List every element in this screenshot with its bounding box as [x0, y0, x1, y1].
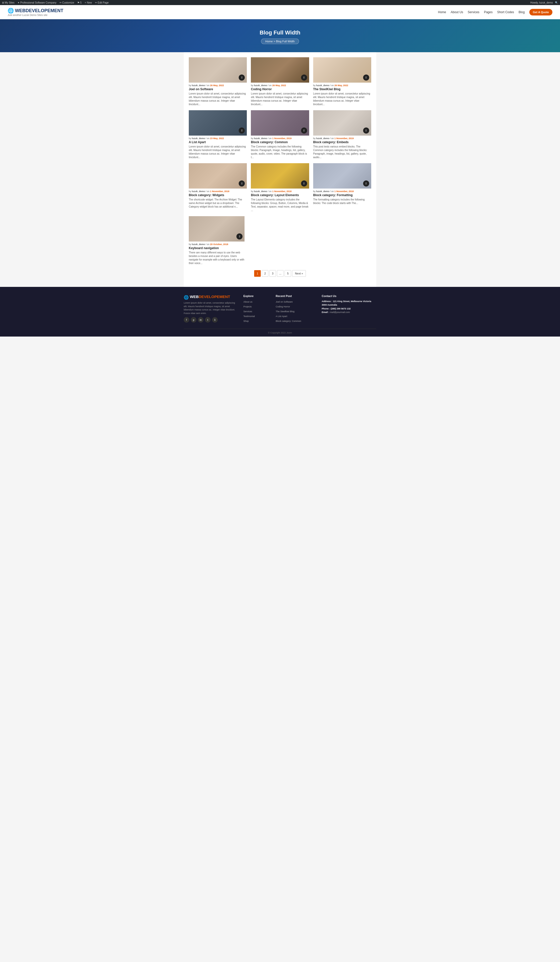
admin-bar-mysites[interactable]: ⊞ My Sites	[2, 1, 15, 4]
share-button[interactable]: ⇧	[301, 128, 307, 134]
hero-section: Blog Full Width Home > Blog Full Width	[0, 19, 560, 52]
contact-title: Contact Us	[322, 294, 376, 297]
nav-shortcodes[interactable]: Short Codes	[497, 10, 514, 14]
post-excerpt: Lorem ipsum dolor sit amet, consectetur …	[189, 145, 247, 159]
post-excerpt: The formatting category includes the fol…	[313, 198, 371, 205]
admin-bar-count: ⚑ 5	[77, 1, 82, 4]
post-title[interactable]: A List Apart	[189, 140, 247, 144]
blog-grid: ⇧ by luzuk_demo / on 26 May, 2022 Joel o…	[189, 57, 371, 212]
admin-bar-customize[interactable]: ✏ Customize	[60, 1, 74, 4]
nav-home[interactable]: Home	[438, 10, 446, 14]
explore-link-item: Projects	[243, 304, 271, 308]
next-page-button[interactable]: Next »	[292, 270, 306, 277]
share-button[interactable]: ⇧	[236, 233, 242, 239]
hero-title: Blog Full Width	[5, 29, 555, 36]
post-title[interactable]: Coding Horror	[251, 87, 309, 91]
blog-card: ⇧ by luzuk_demo / on 26 May, 2022 Joel o…	[189, 57, 247, 106]
post-image	[189, 110, 247, 136]
recent-post-link[interactable]: Block category: Common	[276, 320, 301, 322]
footer-explore: Explore About usProjectsServicesTestimon…	[243, 294, 271, 324]
page-button-3[interactable]: 3	[270, 270, 276, 277]
explore-link-item: Shop	[243, 319, 271, 323]
linkedin-icon[interactable]: li	[212, 317, 218, 323]
nav-about[interactable]: About Us	[451, 10, 463, 14]
post-meta: by luzuk_demo / on 1 November, 2019	[251, 137, 309, 140]
post-image	[189, 57, 247, 82]
post-image-wrapper: ⇧	[251, 57, 309, 82]
get-quote-button[interactable]: Get A Quote	[529, 9, 552, 15]
post-meta: by luzuk_demo / on 1 November, 2019	[313, 137, 371, 140]
page-button-1[interactable]: 1	[254, 270, 261, 277]
post-meta: by luzuk_demo / on 1 November, 2018	[251, 190, 309, 193]
blog-card: ⇧ by luzuk_demo / on 1 November, 2019 Bl…	[251, 110, 309, 159]
share-button[interactable]: ⇧	[363, 128, 369, 134]
recent-post-link[interactable]: A List Apart	[276, 315, 287, 318]
post-title[interactable]: The SteelKiwi Blog	[313, 87, 371, 91]
post-image	[313, 57, 371, 82]
site-footer: 🌐 WEBDEVELOPEMENT Lorem ipsum dolor sit …	[0, 287, 560, 337]
post-image	[251, 110, 309, 136]
contact-address: Address : 121 King Street, Melbourne Vic…	[322, 300, 376, 307]
recent-post-links: Joel on SoftwareCoding HorrorThe Steelki…	[276, 300, 317, 323]
post-meta: by luzuk_demo / on 26 May, 2022	[313, 84, 371, 87]
share-button[interactable]: ⇧	[301, 181, 307, 187]
nav-blog[interactable]: Blog	[519, 10, 525, 14]
recent-post-link[interactable]: Joel on Software	[276, 300, 293, 303]
share-button[interactable]: ⇧	[363, 181, 369, 187]
post-excerpt: The Common category includes the followi…	[251, 145, 309, 159]
site-header: 🌐 WEBDEVELOPEMENT Just another Luzuk Dem…	[0, 5, 560, 19]
explore-title: Explore	[243, 294, 271, 297]
post-title[interactable]: Block category: Formatting	[313, 194, 371, 197]
post-excerpt: Lorem ipsum dolor sit amet, consectetur …	[189, 92, 247, 106]
admin-bar-search-icon[interactable]: 🔍	[555, 1, 558, 4]
explore-link[interactable]: Testimonial	[243, 315, 255, 318]
page-button-5[interactable]: 5	[284, 270, 291, 277]
blog-card: ⇧ by luzuk_demo / on 1 November, 2018 Bl…	[251, 163, 309, 212]
post-excerpt: Lorem ipsum dolor sit amet, consectetur …	[313, 92, 371, 106]
post-image-wrapper: ⇧	[189, 57, 247, 82]
explore-links: About usProjectsServicesTestimonialShop	[243, 300, 271, 323]
explore-link-item: Testimonial	[243, 314, 271, 318]
recent-post-link-item: A List Apart	[276, 314, 317, 318]
post-title[interactable]: Joel on Software	[189, 87, 247, 91]
blog-card: ⇧ by luzuk_demo / on 1 November, 2018 Bl…	[189, 163, 247, 212]
share-button[interactable]: ⇧	[363, 74, 369, 81]
post-image-wrapper: ⇧	[189, 110, 247, 136]
admin-bar-editpage[interactable]: ✏ Edit Page	[95, 1, 109, 4]
page-button-2[interactable]: 2	[262, 270, 268, 277]
admin-bar-company[interactable]: ✦ Professional Software Company	[18, 1, 56, 4]
post-excerpt: The shortcode widget: The Archive Widget…	[189, 198, 247, 208]
blog-card: ⇧ by luzuk_demo / on 26 May, 2022 Coding…	[251, 57, 309, 106]
nav-pages[interactable]: Pages	[484, 10, 492, 14]
pinterest-icon[interactable]: p	[191, 317, 196, 323]
recent-post-link-item: Block category: Common	[276, 319, 317, 323]
nav-services[interactable]: Services	[468, 10, 479, 14]
recent-post-link-item: Coding Horror	[276, 304, 317, 308]
recent-post-link[interactable]: The Steelkiwi Blog	[276, 310, 294, 313]
post-meta: by luzuk_demo / on 20 October, 2018	[189, 243, 245, 245]
logo-text: WEBDEVELOPEMENT	[15, 8, 63, 13]
post-title[interactable]: Block category: Embeds	[313, 140, 371, 144]
explore-link[interactable]: Shop	[243, 320, 249, 322]
recent-post-link[interactable]: Coding Horror	[276, 305, 290, 308]
explore-link[interactable]: Services	[243, 310, 252, 313]
facebook-icon[interactable]: f	[184, 317, 189, 323]
post-title[interactable]: Block category: Layout Elements	[251, 194, 309, 197]
twitter-icon[interactable]: t	[205, 317, 211, 323]
admin-bar-new[interactable]: + New	[85, 1, 92, 4]
post-title[interactable]: Block category: Common	[251, 140, 309, 144]
page-button-...[interactable]: ...	[277, 270, 284, 277]
post-excerpt: Lorem ipsum dolor sit amet, consectetur …	[251, 92, 309, 106]
post-title[interactable]: Keyboard navigation	[189, 246, 245, 250]
footer-copyright: © Copyright 2022 Joom	[184, 329, 376, 334]
instagram-icon[interactable]: in	[198, 317, 203, 323]
blog-card: ⇧ by luzuk_demo / on 1 November, 2018 Bl…	[313, 163, 371, 212]
globe-icon: 🌐	[8, 8, 14, 14]
post-image	[251, 163, 309, 189]
explore-link[interactable]: About us	[243, 300, 252, 303]
explore-link[interactable]: Projects	[243, 305, 252, 308]
post-excerpt: The Layout Elements category includes th…	[251, 198, 309, 212]
post-image-wrapper: ⇧	[189, 216, 245, 242]
post-title[interactable]: Block category: Widgets	[189, 194, 247, 197]
share-button[interactable]: ⇧	[301, 74, 307, 81]
